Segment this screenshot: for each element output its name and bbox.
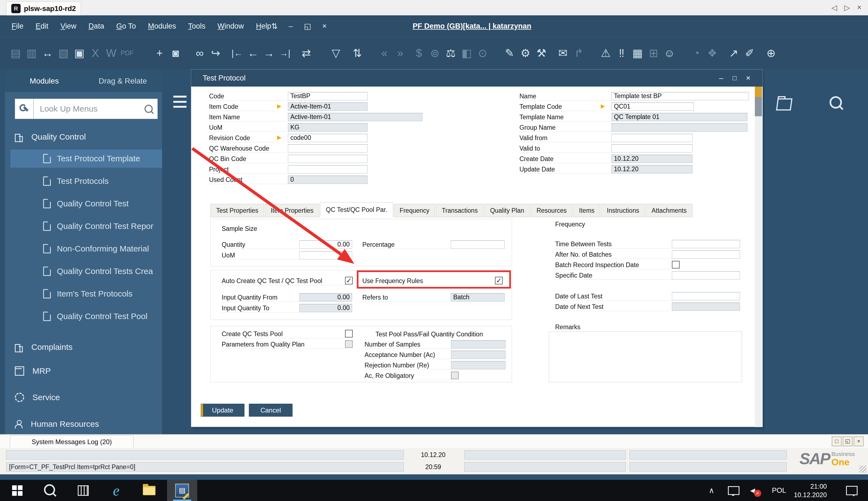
add-document-icon[interactable]: » [392, 45, 408, 61]
uom-field[interactable]: KG [288, 124, 368, 132]
customize-toolbar-icon[interactable]: ⇅ [271, 22, 278, 31]
menu-modules[interactable]: Modules [148, 22, 176, 31]
item-code-field[interactable]: Active-Item-01 [288, 103, 368, 111]
report-designer-icon[interactable]: ✐ [742, 45, 758, 61]
last-record-icon[interactable]: →| [277, 45, 293, 61]
project-field[interactable] [288, 165, 368, 173]
menu-file[interactable]: File [12, 22, 24, 31]
dialog-minimize-icon[interactable]: – [719, 74, 724, 83]
tab-qc-test-pool-par[interactable]: QC Test/QC Pool Par. [320, 202, 393, 217]
sample-percentage-field[interactable] [451, 241, 504, 249]
sidebar-section-complaints[interactable]: Complaints [5, 338, 162, 356]
tab-items[interactable]: Items [573, 204, 600, 217]
dashboard-icon[interactable]: ◔ [688, 45, 704, 61]
specific-date-field[interactable] [672, 271, 740, 279]
tab-drag-relate[interactable]: Drag & Relate [84, 70, 162, 92]
document-split-icon[interactable]: ◧ [459, 45, 475, 61]
sidebar-item-items-test-protocols[interactable]: Item's Test Protocols [5, 285, 162, 303]
dialog-scrollbar[interactable] [755, 87, 762, 427]
sidebar-item-quality-control-test[interactable]: Quality Control Test [5, 194, 162, 213]
payment-document-icon[interactable]: $ [411, 45, 427, 61]
forward-message-icon[interactable]: ↱ [571, 45, 587, 61]
next-record-icon[interactable]: → [261, 45, 277, 61]
payment-search-icon[interactable]: ⊙ [475, 45, 491, 61]
goto-form-icon[interactable]: ↪ [208, 45, 224, 61]
menu-edit[interactable]: Edit [36, 22, 48, 31]
widgets-icon[interactable]: ❖ [704, 45, 720, 61]
input-quantity-to-field[interactable]: 0.00 [300, 304, 352, 312]
ac-re-obligatory-checkbox[interactable] [451, 372, 459, 379]
code-field[interactable]: TestBP [288, 92, 368, 100]
close-icon[interactable]: × [322, 22, 327, 31]
number-of-samples-field[interactable] [451, 340, 506, 349]
remove-document-icon[interactable]: « [376, 45, 392, 61]
alerts-icon[interactable]: ⚠ [598, 45, 614, 61]
sidebar-item-qc-test-report[interactable]: Quality Control Test Repor [5, 217, 162, 235]
link-arrow-icon[interactable]: ► [599, 102, 607, 110]
name-field[interactable]: Template test BP [611, 92, 749, 100]
window-tab[interactable]: R plsw-sap10-rd2 [6, 1, 81, 15]
dialog-maximize-icon[interactable]: □ [733, 74, 737, 82]
action-center-button[interactable] [846, 480, 858, 501]
form-settings-icon[interactable]: ⚒ [533, 45, 549, 61]
sidebar-collapse-icon[interactable] [173, 96, 186, 108]
sidebar-item-test-protocol-template[interactable]: Test Protocol Template [10, 149, 162, 168]
resize-grip[interactable] [859, 466, 866, 473]
menu-tools[interactable]: Tools [188, 22, 205, 31]
filter-icon[interactable]: ▽ [328, 45, 344, 61]
task-view-button[interactable] [68, 480, 98, 501]
employee-icon[interactable]: ☺ [661, 45, 677, 61]
org-chart-icon[interactable]: ⊞ [645, 45, 661, 61]
dialog-title-bar[interactable]: Test Protocol – □ × [191, 70, 762, 87]
activity-icon[interactable]: ‼ [614, 45, 630, 61]
tab-test-properties[interactable]: Test Properties [210, 204, 264, 217]
rejection-number-field[interactable] [451, 361, 506, 369]
sidebar-section-human-resources[interactable]: Human Resources [5, 415, 162, 433]
start-button[interactable] [2, 480, 32, 501]
after-no-of-batches-field[interactable] [672, 250, 740, 259]
export-word-icon[interactable]: W [103, 45, 119, 61]
print-icon[interactable]: ▥ [24, 45, 40, 61]
create-qc-tests-pool-checkbox[interactable] [345, 330, 353, 338]
session-label[interactable]: PF Demo (GB)[kata... | katarzynan [413, 15, 531, 37]
sidebar-item-qc-test-pool[interactable]: Quality Control Test Pool [5, 307, 162, 326]
qc-warehouse-field[interactable] [288, 144, 368, 152]
sample-uom-field[interactable] [300, 251, 352, 259]
lookup-menus-input[interactable]: Look Up Menus [33, 99, 158, 119]
file-explorer-button[interactable] [134, 480, 164, 501]
batch-record-inspection-date-checkbox[interactable] [672, 261, 680, 268]
resize-form-icon[interactable]: ↔ [40, 45, 55, 61]
sidebar-item-non-conforming-material[interactable]: Non-Conforming Material [5, 239, 162, 258]
parameters-from-quality-plan-checkbox[interactable] [345, 340, 353, 348]
document-settings-icon[interactable]: ⚙ [518, 45, 533, 61]
revision-code-field[interactable]: code00 [288, 134, 368, 142]
update-button[interactable]: Update [201, 404, 245, 417]
template-name-field[interactable]: QC Template 01 [611, 113, 747, 121]
calendar-icon[interactable]: ▦ [630, 45, 645, 61]
menu-help[interactable]: Help [256, 22, 271, 31]
acceptance-number-field[interactable] [451, 351, 506, 359]
pane-close-icon[interactable]: × [854, 437, 863, 446]
sidebar-item-test-protocols[interactable]: Test Protocols [5, 172, 162, 190]
previous-record-icon[interactable]: ← [245, 45, 261, 61]
find-icon[interactable]: ∞ [192, 45, 208, 61]
tray-network[interactable] [728, 480, 739, 501]
auto-create-checkbox[interactable]: ✓ [345, 277, 353, 285]
export-pdf-icon[interactable]: PDF [119, 45, 135, 61]
tab-scroll-right-icon[interactable]: ▷ [844, 3, 850, 12]
taskbar-search-button[interactable] [35, 480, 65, 501]
first-record-icon[interactable]: |← [229, 45, 245, 61]
use-frequency-rules-checkbox[interactable]: ✓ [495, 277, 503, 285]
tab-transactions[interactable]: Transactions [436, 204, 484, 217]
web-client-icon[interactable]: ⊕ [763, 45, 779, 61]
print-preview-icon[interactable]: ▤ [8, 45, 24, 61]
sidebar-section-mrp[interactable]: MRP [5, 362, 162, 380]
sales-analysis-icon[interactable]: ↗ [726, 45, 742, 61]
time-between-tests-field[interactable] [672, 240, 740, 248]
group-name-field[interactable] [611, 124, 747, 132]
minimize-icon[interactable]: – [289, 22, 293, 31]
link-arrow-icon[interactable]: ► [276, 133, 283, 141]
payment-means-icon[interactable]: ⊚ [427, 45, 443, 61]
cancel-button[interactable]: Cancel [249, 404, 293, 417]
tray-language[interactable]: POL [772, 480, 786, 501]
